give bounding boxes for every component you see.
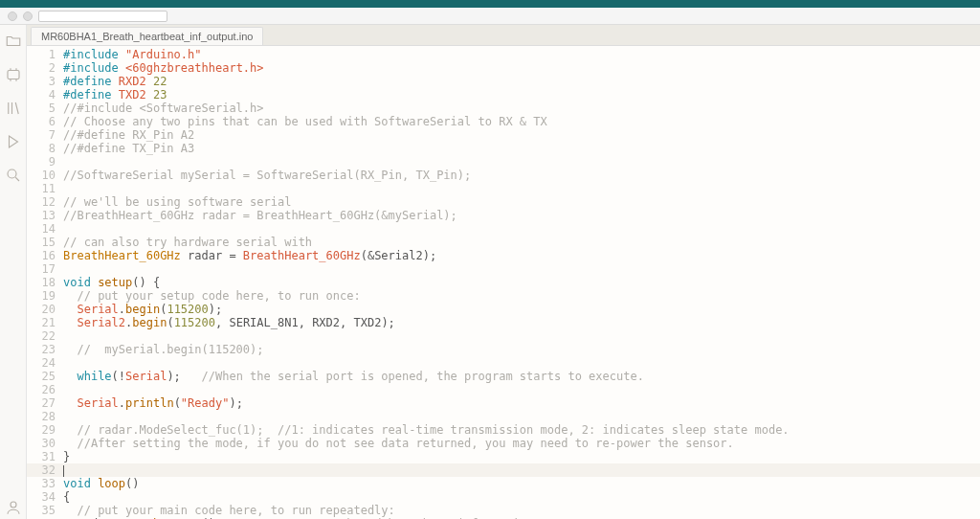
line-number: 35 (27, 504, 63, 517)
code-text: } (63, 450, 980, 463)
code-line[interactable]: 26 (27, 383, 980, 396)
line-number: 23 (27, 343, 63, 356)
tab-file[interactable]: MR60BHA1_Breath_heartbeat_inf_output.ino (31, 27, 263, 45)
line-number: 26 (27, 383, 63, 396)
code-text: #include "Arduino.h" (63, 48, 980, 61)
sidebar (0, 25, 27, 519)
code-text: #define RXD2 22 (63, 75, 980, 88)
toolbar-board-selector[interactable] (38, 11, 167, 22)
code-line[interactable]: 28 (27, 410, 980, 423)
code-line[interactable]: 19 // put your setup code here, to run o… (27, 289, 980, 303)
toolbar-button-verify[interactable] (8, 11, 17, 21)
code-line[interactable]: 8//#define TX_Pin A3 (27, 142, 980, 155)
line-number: 34 (27, 490, 63, 504)
code-line[interactable]: 16BreathHeart_60GHz radar = BreathHeart_… (27, 249, 980, 262)
line-number: 8 (27, 142, 63, 155)
code-text: //#include <SoftwareSerial.h> (63, 102, 980, 115)
line-number: 15 (27, 236, 63, 249)
code-text: // put your main code here, to run repea… (63, 504, 980, 517)
line-number: 31 (27, 450, 63, 463)
line-number: 33 (27, 477, 63, 490)
line-number: 19 (27, 289, 63, 303)
code-text: #include <60ghzbreathheart.h> (63, 61, 980, 75)
code-line[interactable]: 21 Serial2.begin(115200, SERIAL_8N1, RXD… (27, 316, 980, 329)
line-number: 3 (27, 75, 63, 88)
line-number: 10 (27, 169, 63, 182)
code-line[interactable]: 12// we'll be using software serial (27, 195, 980, 209)
library-icon[interactable] (5, 100, 22, 120)
line-number: 28 (27, 410, 63, 423)
folder-icon[interactable] (5, 33, 22, 53)
code-text (63, 356, 980, 370)
code-text: // put your setup code here, to run once… (63, 289, 980, 303)
code-line[interactable]: 34{ (27, 490, 980, 504)
code-line[interactable]: 5//#include <SoftwareSerial.h> (27, 102, 980, 115)
code-text: Serial.println("Ready"); (63, 396, 980, 410)
line-number: 2 (27, 61, 63, 75)
account-icon[interactable] (5, 499, 22, 519)
code-line[interactable]: 33void loop() (27, 477, 980, 490)
toolbar-button-upload[interactable] (23, 11, 33, 21)
code-line[interactable]: 13//BreathHeart_60GHz radar = BreathHear… (27, 209, 980, 222)
code-line[interactable]: 22 (27, 329, 980, 343)
window-topbar (0, 0, 980, 8)
code-text (63, 329, 980, 343)
code-text: while(!Serial); //When the serial port i… (63, 370, 980, 383)
code-line[interactable]: 15// can also try hardware serial with (27, 236, 980, 249)
code-line[interactable]: 18void setup() { (27, 276, 980, 289)
code-text: void setup() { (63, 276, 980, 289)
code-line[interactable]: 7//#define RX_Pin A2 (27, 128, 980, 142)
line-number: 6 (27, 115, 63, 128)
code-text: { (63, 490, 980, 504)
svg-point-1 (8, 169, 16, 178)
code-line[interactable]: 30 //After setting the mode, if you do n… (27, 437, 980, 450)
code-line[interactable]: 29 // radar.ModeSelect_fuc(1); //1: indi… (27, 423, 980, 437)
app-root: MR60BHA1_Breath_heartbeat_inf_output.ino… (0, 0, 980, 519)
code-text (63, 182, 980, 195)
line-number: 16 (27, 249, 63, 262)
code-text: //BreathHeart_60GHz radar = BreathHeart_… (63, 209, 980, 222)
code-text (63, 410, 980, 423)
code-line[interactable]: 10//SoftwareSerial mySerial = SoftwareSe… (27, 169, 980, 182)
code-line[interactable]: 35 // put your main code here, to run re… (27, 504, 980, 517)
code-text: Serial2.begin(115200, SERIAL_8N1, RXD2, … (63, 316, 980, 329)
line-number: 12 (27, 195, 63, 209)
line-number: 11 (27, 182, 63, 195)
code-line[interactable]: 27 Serial.println("Ready"); (27, 396, 980, 410)
code-line[interactable]: 4#define TXD2 23 (27, 88, 980, 102)
code-line[interactable]: 32 (27, 463, 980, 477)
code-line[interactable]: 23 // mySerial.begin(115200); (27, 343, 980, 356)
line-number: 18 (27, 276, 63, 289)
debug-icon[interactable] (5, 133, 22, 153)
line-number: 20 (27, 303, 63, 316)
code-text: //#define TX_Pin A3 (63, 142, 980, 155)
line-number: 1 (27, 48, 63, 61)
line-number: 24 (27, 356, 63, 370)
code-line[interactable]: 2#include <60ghzbreathheart.h> (27, 61, 980, 75)
code-line[interactable]: 6// Choose any two pins that can be used… (27, 115, 980, 128)
code-text: // radar.ModeSelect_fuc(1); //1: indicat… (63, 423, 980, 437)
code-line[interactable]: 3#define RXD2 22 (27, 75, 980, 88)
code-line[interactable]: 25 while(!Serial); //When the serial por… (27, 370, 980, 383)
code-line[interactable]: 20 Serial.begin(115200); (27, 303, 980, 316)
line-number: 32 (27, 463, 63, 477)
code-line[interactable]: 14 (27, 222, 980, 236)
code-text: //After setting the mode, if you do not … (63, 437, 980, 450)
code-text (63, 383, 980, 396)
code-line[interactable]: 11 (27, 182, 980, 195)
search-icon[interactable] (5, 167, 22, 187)
board-icon[interactable] (5, 66, 22, 86)
code-line[interactable]: 31} (27, 450, 980, 463)
line-number: 9 (27, 155, 63, 169)
line-number: 4 (27, 88, 63, 102)
code-line[interactable]: 17 (27, 262, 980, 276)
code-line[interactable]: 24 (27, 356, 980, 370)
line-number: 22 (27, 329, 63, 343)
line-number: 21 (27, 316, 63, 329)
code-area[interactable]: 1#include "Arduino.h"2#include <60ghzbre… (27, 46, 980, 519)
code-line[interactable]: 1#include "Arduino.h" (27, 48, 980, 61)
code-line[interactable]: 9 (27, 155, 980, 169)
code-text: // can also try hardware serial with (63, 236, 980, 249)
code-text: // Choose any two pins that can be used … (63, 115, 980, 128)
line-number: 14 (27, 222, 63, 236)
